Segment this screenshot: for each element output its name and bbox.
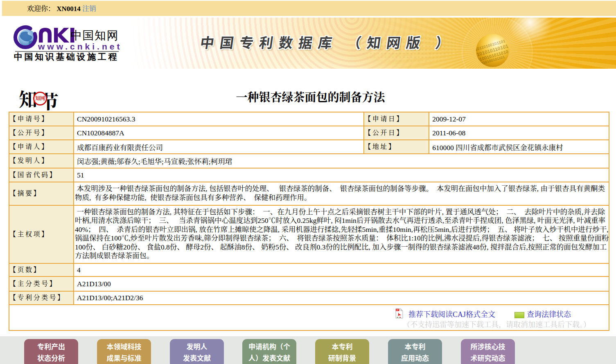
svg-text:中国知网: 中国知网 (70, 29, 119, 42)
svg-text:中国知识基础设施工程: 中国知识基础设施工程 (14, 52, 119, 62)
svg-text:www.cnki.net: www.cnki.net (38, 42, 122, 51)
